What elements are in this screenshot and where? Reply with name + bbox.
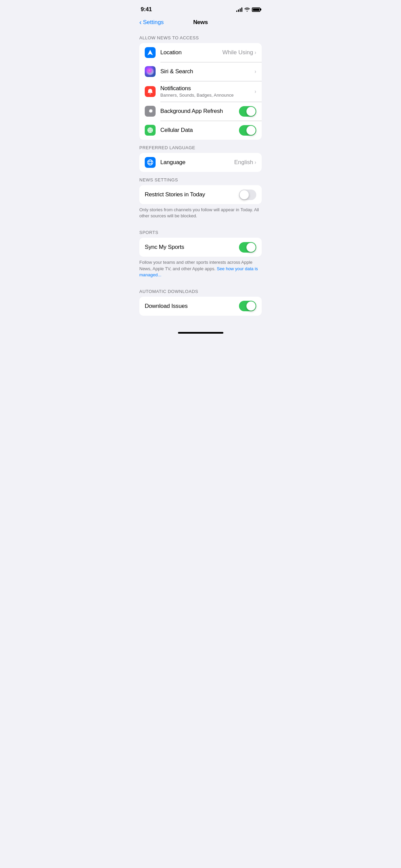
section-header-language: PREFERRED LANGUAGE (134, 140, 267, 153)
language-chevron-icon: › (255, 159, 256, 165)
location-right: While Using › (222, 49, 256, 56)
location-label: Location (160, 49, 220, 56)
siri-label: Siri & Search (160, 68, 252, 75)
siri-icon-bg (145, 66, 156, 77)
status-time: 9:41 (141, 6, 152, 13)
section-header-allow-access: ALLOW NEWS TO ACCESS (134, 30, 267, 43)
card-language: Language English › (139, 153, 262, 172)
location-icon-bg (145, 47, 156, 58)
svg-point-5 (147, 160, 153, 165)
home-bar-line (178, 332, 223, 334)
globe-icon (147, 159, 154, 166)
row-language[interactable]: Language English › (139, 153, 262, 172)
notifications-right: › (255, 88, 256, 95)
cellular-data-label: Cellular Data (160, 127, 236, 134)
toggle-thumb-sync (246, 243, 256, 252)
download-issues-right (239, 301, 256, 311)
battery-icon (252, 7, 260, 12)
sync-sports-label: Sync My Sports (145, 244, 236, 251)
sync-sports-right (239, 242, 256, 253)
restrict-stories-right (239, 190, 256, 200)
row-cellular-data: Cellular Data (139, 121, 262, 140)
wifi-icon (244, 7, 250, 12)
toggle-thumb-restrict (240, 190, 249, 199)
back-chevron-icon: ‹ (139, 18, 142, 26)
siri-right: › (255, 68, 256, 75)
sync-sports-toggle[interactable] (239, 242, 256, 253)
background-icon-bg (145, 106, 156, 117)
signal-icon (236, 7, 242, 12)
card-sports: Sync My Sports (139, 238, 262, 257)
restrict-stories-label: Restrict Stories in Today (145, 191, 236, 198)
notifications-sublabel: Banners, Sounds, Badges, Announce (160, 93, 252, 98)
section-footer-sports: Follow your teams and other sports inter… (134, 257, 267, 283)
row-sync-sports: Sync My Sports (139, 238, 262, 257)
download-issues-label: Download Issues (145, 303, 236, 310)
section-allow-access: ALLOW NEWS TO ACCESS Location While Usin… (134, 30, 267, 140)
row-notifications[interactable]: Notifications Banners, Sounds, Badges, A… (139, 81, 262, 102)
back-label: Settings (143, 19, 164, 26)
location-value: While Using (222, 49, 253, 56)
notifications-content: Notifications Banners, Sounds, Badges, A… (160, 85, 252, 98)
sync-sports-content: Sync My Sports (145, 244, 236, 251)
status-icons (236, 7, 260, 12)
toggle-thumb-download (246, 301, 256, 311)
globe-icon-bg (145, 157, 156, 168)
bell-icon (147, 88, 154, 95)
row-siri-search[interactable]: Siri & Search › (139, 62, 262, 81)
location-arrow-icon (147, 49, 154, 56)
gear-icon (147, 108, 154, 115)
section-header-automatic-downloads: AUTOMATIC DOWNLOADS (134, 283, 267, 297)
section-sports: SPORTS Sync My Sports Follow your teams … (134, 224, 267, 283)
background-refresh-toggle[interactable] (239, 106, 256, 117)
language-content: Language (160, 159, 232, 166)
section-preferred-language: PREFERRED LANGUAGE Language English (134, 140, 267, 172)
card-news-settings: Restrict Stories in Today (139, 185, 262, 204)
card-allow-access: Location While Using › Siri & Search (139, 43, 262, 140)
nav-bar: ‹ Settings News (134, 16, 267, 30)
location-content: Location (160, 49, 220, 56)
section-news-settings: NEWS SETTINGS Restrict Stories in Today … (134, 172, 267, 224)
section-automatic-downloads: AUTOMATIC DOWNLOADS Download Issues (134, 283, 267, 316)
row-download-issues: Download Issues (139, 297, 262, 316)
section-header-sports: SPORTS (134, 224, 267, 238)
cellular-antenna-icon (147, 127, 154, 134)
download-issues-content: Download Issues (145, 303, 236, 310)
back-button[interactable]: ‹ Settings (139, 19, 164, 26)
notifications-icon-bg (145, 86, 156, 97)
download-issues-toggle[interactable] (239, 301, 256, 311)
cellular-data-content: Cellular Data (160, 127, 236, 134)
cellular-data-right (239, 125, 256, 136)
card-automatic-downloads: Download Issues (139, 297, 262, 316)
section-footer-news-settings: Only stories from channels you follow wi… (134, 204, 267, 224)
language-right: English › (234, 159, 256, 166)
settings-content: ALLOW NEWS TO ACCESS Location While Usin… (134, 30, 267, 329)
toggle-thumb (246, 107, 256, 116)
location-chevron-icon: › (255, 50, 256, 56)
restrict-stories-content: Restrict Stories in Today (145, 191, 236, 198)
svg-point-6 (149, 160, 152, 165)
background-refresh-label: Background App Refresh (160, 108, 236, 115)
notifications-label: Notifications (160, 85, 252, 92)
home-bar (134, 329, 267, 336)
siri-content: Siri & Search (160, 68, 252, 75)
toggle-thumb-cellular (246, 126, 256, 135)
row-restrict-stories: Restrict Stories in Today (139, 185, 262, 204)
cellular-icon-bg (145, 125, 156, 136)
page-title: News (193, 19, 208, 26)
row-background-refresh: Background App Refresh (139, 102, 262, 121)
restrict-stories-toggle[interactable] (239, 190, 256, 200)
notifications-chevron-icon: › (255, 88, 256, 95)
background-refresh-right (239, 106, 256, 117)
language-label: Language (160, 159, 232, 166)
status-bar: 9:41 (134, 0, 267, 16)
cellular-data-toggle[interactable] (239, 125, 256, 136)
language-value: English (234, 159, 253, 166)
section-header-news-settings: NEWS SETTINGS (134, 172, 267, 185)
row-location[interactable]: Location While Using › (139, 43, 262, 62)
siri-chevron-icon: › (255, 68, 256, 75)
background-refresh-content: Background App Refresh (160, 108, 236, 115)
